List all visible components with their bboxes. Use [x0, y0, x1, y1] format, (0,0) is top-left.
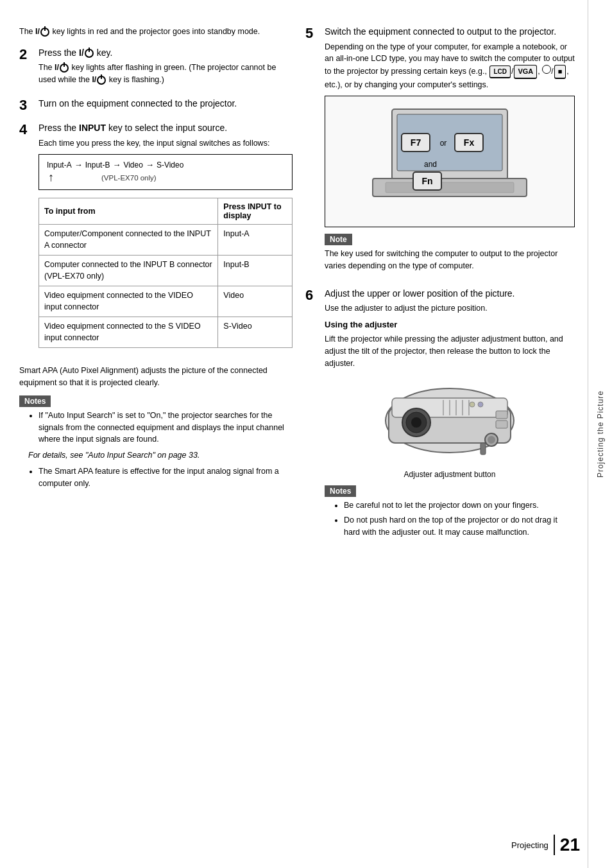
flow-up-arrow: ↑ — [48, 171, 54, 184]
step-2-content: Press the I/ key. The I/ key lights afte… — [38, 47, 293, 89]
flow-feedback: ↑ (VPL-EX70 only) — [47, 171, 284, 184]
step-6: 6 Adjust the upper or lower position of … — [305, 288, 575, 545]
table-cell-press-svideo: S-Video — [218, 317, 293, 348]
power-icon-s2b — [60, 64, 69, 73]
step1-continuation: The I/ key lights in red and the project… — [19, 26, 293, 38]
notes-right-content: Be careful not to let the projector down… — [325, 499, 575, 538]
table-cell-press-b: Input-B — [218, 256, 293, 286]
svg-text:F7: F7 — [411, 137, 421, 148]
table-cell-from-b: Computer connected to the INPUT B connec… — [39, 256, 218, 286]
step-5-title: Switch the equipment connected to output… — [325, 26, 575, 39]
table-cell-from-video: Video equipment connected to the VIDEO i… — [39, 286, 218, 317]
note-item-fingers: Be careful not to let the projector down… — [344, 499, 575, 512]
key-vga: VGA — [514, 65, 537, 79]
svg-rect-27 — [496, 421, 507, 428]
step-3-content: Turn on the equipment connected to the p… — [38, 98, 293, 113]
flow-video: Video — [123, 161, 142, 169]
table-cell-press-a: Input-A — [218, 225, 293, 256]
svg-point-28 — [470, 402, 475, 407]
laptop-svg: F7 or Fx and Fn — [353, 103, 546, 218]
input-flow-diagram: Input-A → Input-B → Video → S-Video ↑ (V… — [38, 154, 293, 190]
svg-text:and: and — [424, 160, 437, 169]
step-4-number: 4 — [19, 122, 33, 137]
table-row: Video equipment connected to the VIDEO i… — [39, 286, 293, 317]
note-right-box: Note The key used for switching the comp… — [325, 234, 575, 272]
svg-text:Fx: Fx — [464, 137, 475, 148]
svg-text:Fn: Fn — [421, 176, 432, 186]
input-source-table: To input from Press INPUT to display Com… — [38, 198, 293, 348]
flow-arrow-3: → — [146, 160, 154, 169]
key-circle — [542, 65, 551, 74]
adjuster-svg — [373, 376, 527, 465]
key-lcd: LCD — [489, 65, 511, 78]
flow-input-b: Input-B — [85, 161, 110, 169]
step-5-detail: Depending on the type of your computer, … — [325, 41, 575, 91]
svg-point-24 — [488, 436, 495, 444]
step-6-number: 6 — [305, 288, 319, 303]
table-row: Computer/Component connected to the INPU… — [39, 225, 293, 256]
step-4: 4 Press the INPUT key to select the inpu… — [19, 122, 293, 356]
step-3: 3 Turn on the equipment connected to the… — [19, 98, 293, 113]
smart-apa-text: Smart APA (Auto Pixel Alignment) adjusts… — [19, 365, 293, 389]
power-icon-s2c — [97, 76, 106, 85]
table-cell-press-video: Video — [218, 286, 293, 317]
page-number: 21 — [554, 835, 580, 855]
power-icon — [40, 28, 49, 37]
table-row: Video equipment connected to the S VIDEO… — [39, 317, 293, 348]
footer-label: Projecting — [511, 840, 548, 850]
step-6-detail: Use the adjuster to adjust the picture p… — [325, 302, 575, 315]
step-6-content: Adjust the upper or lower position of th… — [325, 288, 575, 545]
svg-rect-25 — [480, 443, 486, 455]
step-2-number: 2 — [19, 47, 33, 62]
adjuster-diagram: Adjuster adjustment button — [325, 376, 575, 479]
flow-row: Input-A → Input-B → Video → S-Video — [47, 160, 284, 169]
laptop-diagram: F7 or Fx and Fn — [325, 96, 575, 227]
flow-arrow-1: → — [74, 160, 83, 169]
step-4-title: Press the INPUT key to select the input … — [38, 122, 293, 135]
svg-rect-26 — [496, 411, 507, 419]
note-right-content: The key used for switching the computer … — [325, 248, 575, 272]
step-5: 5 Switch the equipment connected to outp… — [305, 26, 575, 279]
left-column: The I/ key lights in red and the project… — [19, 26, 293, 842]
table-header-from: To input from — [39, 198, 218, 225]
note-item-details-link: For details, see "Auto Input Search" on … — [28, 449, 293, 462]
using-adjuster-text: Lift the projector while pressing the ad… — [325, 333, 575, 369]
svg-point-29 — [478, 402, 483, 407]
flow-svideo: S-Video — [157, 161, 183, 169]
svg-rect-3 — [386, 182, 514, 193]
step-2-title: Press the I/ key. — [38, 47, 293, 60]
flow-arrow-2: → — [112, 160, 121, 169]
notes-right-label: Notes — [325, 485, 356, 497]
page: The I/ key lights in red and the project… — [0, 0, 612, 868]
svg-text:or: or — [440, 139, 447, 148]
sidebar-right: Projecting the Picture — [588, 0, 612, 868]
note-item-auto-search: If "Auto Input Search" is set to "On," t… — [38, 410, 293, 446]
page-footer: Projecting 21 — [511, 835, 580, 855]
table-cell-from-a: Computer/Component connected to the INPU… — [39, 225, 218, 256]
key-square: ■ — [554, 65, 566, 79]
note-item-smart-apa: The Smart APA feature is effective for t… — [38, 465, 293, 490]
power-icon-s2 — [85, 49, 94, 58]
using-adjuster-heading: Using the adjuster — [325, 320, 575, 329]
step-5-content: Switch the equipment connected to output… — [325, 26, 575, 279]
step-3-title: Turn on the equipment connected to the p… — [38, 98, 293, 110]
table-header-row: To input from Press INPUT to display — [39, 198, 293, 225]
step-4-content: Press the INPUT key to select the input … — [38, 122, 293, 356]
notes-left-label: Notes — [19, 395, 51, 407]
note-item-push: Do not push hard on the top of the proje… — [344, 514, 575, 539]
notes-right-box: Notes Be careful not to let the projecto… — [325, 485, 575, 538]
adjuster-caption: Adjuster adjustment button — [325, 470, 575, 479]
step-6-title: Adjust the upper or lower position of th… — [325, 288, 575, 300]
step-5-number: 5 — [305, 26, 319, 41]
svg-point-17 — [411, 417, 421, 428]
step-3-number: 3 — [19, 98, 33, 113]
notes-left-content: If "Auto Input Search" is set to "On," t… — [19, 410, 293, 490]
step-4-detail: Each time you press the key, the input s… — [38, 137, 293, 150]
note-right-label: Note — [325, 234, 352, 245]
right-column: 5 Switch the equipment connected to outp… — [305, 26, 575, 842]
notes-left-box: Notes If "Auto Input Search" is set to "… — [19, 395, 293, 490]
flow-note: (VPL-EX70 only) — [101, 174, 157, 182]
table-header-press: Press INPUT to display — [218, 198, 293, 225]
table-row: Computer connected to the INPUT B connec… — [39, 256, 293, 286]
step-2: 2 Press the I/ key. The I/ key lights af… — [19, 47, 293, 89]
